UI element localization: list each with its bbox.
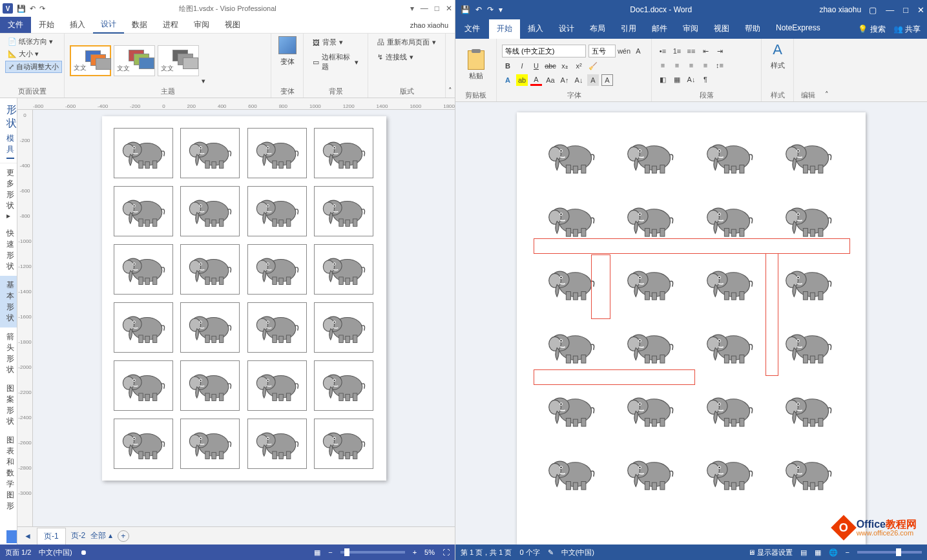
visio-tab-insert[interactable]: 插入 bbox=[62, 17, 93, 33]
elephant-cell[interactable] bbox=[180, 360, 240, 411]
tell-me[interactable]: 💡 搜索 bbox=[858, 24, 885, 35]
elephant-cell[interactable] bbox=[697, 447, 762, 500]
bullets-icon[interactable]: •≡ bbox=[657, 45, 669, 57]
connectors-button[interactable]: ↯ 连接线 ▾ bbox=[373, 51, 417, 63]
elephant-cell[interactable] bbox=[180, 302, 240, 353]
shapes-sec-basic[interactable]: 基本形状 bbox=[0, 276, 17, 327]
visio-tab-review[interactable]: 审阅 bbox=[186, 17, 217, 33]
visio-tab-design[interactable]: 设计 bbox=[93, 16, 124, 34]
visio-tab-view[interactable]: 视图 bbox=[217, 17, 248, 33]
elephant-cell[interactable] bbox=[180, 186, 240, 236]
zoom-pct[interactable]: 5% bbox=[424, 548, 435, 556]
highlight-icon[interactable]: ab bbox=[516, 74, 528, 86]
align-center-icon[interactable]: ≡ bbox=[671, 59, 683, 71]
elephant-cell[interactable] bbox=[247, 128, 307, 178]
superscript-icon[interactable]: x² bbox=[573, 60, 585, 72]
zoom-slider[interactable] bbox=[857, 551, 922, 554]
presentation-icon[interactable]: ▦ bbox=[314, 548, 320, 557]
numbering-icon[interactable]: 1≡ bbox=[671, 45, 683, 57]
elephant-cell[interactable] bbox=[314, 360, 373, 411]
orientation-button[interactable]: 📄 纸张方向 ▾ bbox=[5, 36, 56, 47]
word-tab-file[interactable]: 文件 bbox=[455, 19, 489, 39]
tab-file[interactable]: 文件 bbox=[0, 17, 31, 33]
share-button[interactable]: 👥 共享 bbox=[893, 24, 921, 35]
align-right-icon[interactable]: ≡ bbox=[685, 59, 697, 71]
minimize-icon[interactable]: — bbox=[886, 5, 894, 15]
shading-icon[interactable]: ◧ bbox=[657, 74, 669, 85]
zoom-in[interactable]: + bbox=[413, 548, 417, 556]
elephant-cell[interactable] bbox=[618, 384, 683, 437]
elephant-cell[interactable] bbox=[618, 320, 683, 373]
visio-drawing-page[interactable] bbox=[102, 116, 386, 481]
minimize-icon[interactable]: — bbox=[421, 4, 428, 13]
elephant-cell[interactable] bbox=[697, 320, 762, 373]
grow-icon[interactable]: A↑ bbox=[559, 74, 570, 86]
elephant-cell[interactable] bbox=[618, 257, 683, 310]
font-color-icon[interactable]: A bbox=[530, 74, 542, 86]
readmode-icon[interactable]: ▤ bbox=[800, 548, 807, 557]
elephant-cell[interactable] bbox=[314, 302, 373, 353]
elephant-cell[interactable] bbox=[618, 194, 683, 247]
theme-swatch-1[interactable]: 文文 bbox=[70, 45, 111, 76]
collapse-ribbon-icon[interactable]: ˄ bbox=[448, 87, 452, 95]
elephant-cell[interactable] bbox=[314, 419, 373, 469]
maximize-icon[interactable]: □ bbox=[903, 5, 908, 15]
elephant-cell[interactable] bbox=[180, 244, 240, 295]
word-tab-layout[interactable]: 布局 bbox=[582, 19, 613, 39]
strike-icon[interactable]: abc bbox=[545, 60, 556, 72]
size-button[interactable]: 📐 大小 ▾ bbox=[5, 48, 41, 59]
undo-icon[interactable]: ↶ bbox=[475, 5, 482, 14]
elephant-cell[interactable] bbox=[776, 320, 841, 373]
align-justify-icon[interactable]: ≡ bbox=[700, 59, 711, 71]
elephant-cell[interactable] bbox=[776, 257, 841, 310]
char-border-icon[interactable]: A bbox=[601, 74, 613, 86]
ribbon-options-icon[interactable]: ▢ bbox=[869, 5, 877, 15]
themes-more-icon[interactable]: ▾ bbox=[202, 77, 205, 85]
multilevel-icon[interactable]: ≡≡ bbox=[685, 45, 697, 57]
elephant-cell[interactable] bbox=[539, 384, 603, 437]
elephant-cell[interactable] bbox=[618, 130, 683, 183]
status-page[interactable]: 第 1 页，共 1 页 bbox=[461, 548, 512, 557]
elephant-cell[interactable] bbox=[247, 419, 307, 469]
word-user[interactable]: zhao xiaohu bbox=[819, 5, 869, 14]
proofing-icon[interactable]: ✎ bbox=[548, 548, 554, 557]
elephant-cell[interactable] bbox=[697, 194, 762, 247]
word-tab-insert[interactable]: 插入 bbox=[520, 19, 551, 39]
elephant-cell[interactable] bbox=[539, 320, 603, 373]
save-icon[interactable]: 💾 bbox=[17, 5, 26, 13]
elephant-cell[interactable] bbox=[114, 186, 173, 236]
shapes-sec-patterns[interactable]: 图案形状 bbox=[0, 379, 17, 431]
elephant-cell[interactable] bbox=[114, 302, 173, 353]
word-tab-mailings[interactable]: 邮件 bbox=[644, 19, 675, 39]
align-left-icon[interactable]: ≡ bbox=[657, 59, 669, 71]
font-size-select[interactable] bbox=[588, 45, 616, 57]
subscript-icon[interactable]: x₂ bbox=[559, 60, 570, 72]
elephant-cell[interactable] bbox=[697, 257, 762, 310]
printlayout-icon[interactable]: ▦ bbox=[815, 548, 821, 557]
background-button[interactable]: 🖼 背景 ▾ bbox=[309, 36, 347, 48]
visio-tab-home[interactable]: 开始 bbox=[31, 17, 62, 33]
zoom-out[interactable]: − bbox=[328, 548, 332, 556]
visio-canvas[interactable]: 0-200-400-600-800-1000-1200-1400-1600-18… bbox=[17, 110, 455, 526]
save-icon[interactable]: 💾 bbox=[461, 5, 470, 14]
elephant-cell[interactable] bbox=[539, 194, 603, 247]
elephant-cell[interactable] bbox=[247, 244, 307, 295]
inc-indent-icon[interactable]: ⇥ bbox=[714, 45, 725, 57]
clear-format-icon[interactable]: 🧹 bbox=[587, 60, 599, 72]
status-lang[interactable]: 中文(中国) bbox=[39, 548, 72, 557]
status-page[interactable]: 页面 1/2 bbox=[5, 548, 31, 557]
close-icon[interactable]: ✕ bbox=[917, 5, 924, 15]
undo-icon[interactable]: ↶ bbox=[30, 5, 36, 13]
word-page[interactable] bbox=[517, 112, 866, 544]
elephant-cell[interactable] bbox=[697, 384, 762, 437]
theme-swatch-2[interactable]: 文文 bbox=[114, 45, 155, 76]
sort-icon[interactable]: A↓ bbox=[685, 74, 697, 85]
shapes-sec-more[interactable]: 更多形状 ▸ bbox=[0, 163, 17, 224]
elephant-cell[interactable] bbox=[247, 360, 307, 411]
redo-icon[interactable]: ↷ bbox=[39, 5, 45, 13]
line-spacing-icon[interactable]: ↕≡ bbox=[714, 59, 725, 71]
page-tab-1[interactable]: 页-1 bbox=[37, 528, 66, 544]
ribbon-options-icon[interactable]: ▾ bbox=[410, 4, 414, 13]
relayout-button[interactable]: 品 重新布局页面 ▾ bbox=[373, 36, 440, 48]
word-tab-review[interactable]: 审阅 bbox=[675, 19, 706, 39]
